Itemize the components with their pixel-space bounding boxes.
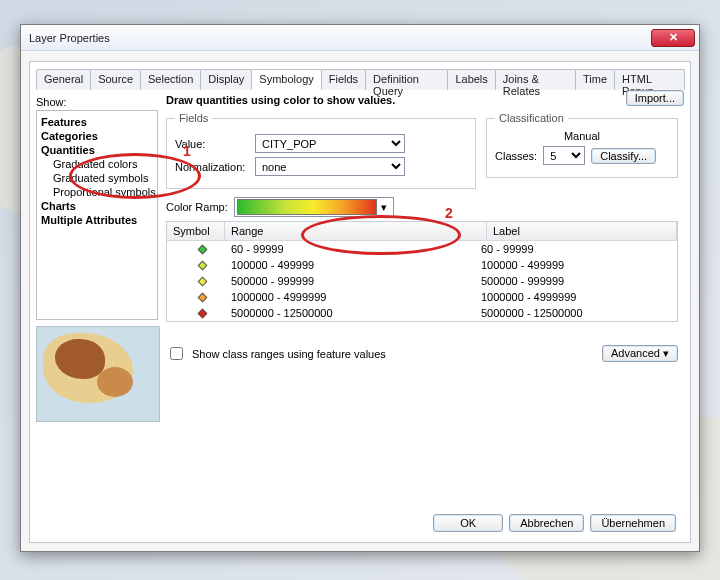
tree-multiple-attributes[interactable]: Multiple Attributes <box>39 213 155 227</box>
col-symbol[interactable]: Symbol <box>167 222 225 240</box>
tab-html-popup[interactable]: HTML Popup <box>614 69 685 90</box>
class-grid: Symbol Range Label 60 - 9999960 - 999991… <box>166 221 678 322</box>
symbol-cell <box>173 294 231 301</box>
tab-labels[interactable]: Labels <box>447 69 495 90</box>
table-row[interactable]: 100000 - 499999100000 - 499999 <box>167 257 677 273</box>
tab-definition-query[interactable]: Definition Query <box>365 69 448 90</box>
color-ramp-label: Color Ramp: <box>166 201 228 213</box>
apply-button[interactable]: Übernehmen <box>590 514 676 532</box>
tab-joins-relates[interactable]: Joins & Relates <box>495 69 576 90</box>
table-row[interactable]: 5000000 - 125000005000000 - 12500000 <box>167 305 677 321</box>
value-label: Value: <box>175 138 249 150</box>
normalization-label: Normalization: <box>175 161 249 173</box>
tabs: GeneralSourceSelectionDisplaySymbologyFi… <box>36 68 684 90</box>
tree-proportional-symbols[interactable]: Proportional symbols <box>39 185 155 199</box>
col-label[interactable]: Label <box>487 222 677 240</box>
show-tree[interactable]: Features Categories Quantities Graduated… <box>36 110 158 320</box>
table-row[interactable]: 60 - 9999960 - 99999 <box>167 241 677 257</box>
color-ramp-select[interactable]: ▾ <box>234 197 394 217</box>
label-cell: 500000 - 999999 <box>481 275 671 287</box>
show-class-ranges-checkbox[interactable] <box>170 347 183 360</box>
client-area: GeneralSourceSelectionDisplaySymbologyFi… <box>29 61 691 543</box>
cancel-button[interactable]: Abbrechen <box>509 514 584 532</box>
tab-selection[interactable]: Selection <box>140 69 201 90</box>
close-button[interactable]: ✕ <box>651 29 695 47</box>
normalization-select[interactable]: none <box>255 157 405 176</box>
classes-select[interactable]: 5 <box>543 146 585 165</box>
range-cell: 5000000 - 12500000 <box>231 307 481 319</box>
grid-header: Symbol Range Label <box>167 222 677 241</box>
classes-label: Classes: <box>495 150 537 162</box>
classification-method: Manual <box>495 130 669 142</box>
show-class-ranges-label: Show class ranges using feature values <box>192 348 386 360</box>
main-area: Draw quantities using color to show valu… <box>160 90 684 536</box>
label-cell: 5000000 - 12500000 <box>481 307 671 319</box>
tab-fields[interactable]: Fields <box>321 69 366 90</box>
tab-time[interactable]: Time <box>575 69 615 90</box>
symbol-cell <box>173 246 231 253</box>
symbology-panel: Show: Features Categories Quantities Gra… <box>36 90 684 536</box>
tree-charts[interactable]: Charts <box>39 199 155 213</box>
classify-button[interactable]: Classify... <box>591 148 656 164</box>
tab-symbology[interactable]: Symbology <box>251 69 321 90</box>
layer-properties-window: Layer Properties ✕ GeneralSourceSelectio… <box>20 24 700 552</box>
color-ramp-swatch <box>237 199 377 215</box>
symbol-cell <box>173 278 231 285</box>
dialog-buttons: OK Abbrechen Übernehmen <box>433 514 676 532</box>
range-cell: 60 - 99999 <box>231 243 481 255</box>
tree-quantities[interactable]: Quantities <box>39 143 155 157</box>
label-cell: 100000 - 499999 <box>481 259 671 271</box>
fields-group: Fields Value: CITY_POP Normalization: no… <box>166 112 476 189</box>
panel-heading: Draw quantities using color to show valu… <box>166 94 678 106</box>
layer-preview <box>36 326 160 422</box>
symbol-cell <box>173 310 231 317</box>
fields-group-label: Fields <box>175 112 212 124</box>
ok-button[interactable]: OK <box>433 514 503 532</box>
range-cell: 500000 - 999999 <box>231 275 481 287</box>
table-row[interactable]: 500000 - 999999500000 - 999999 <box>167 273 677 289</box>
classification-group: Classification Manual Classes: 5 Classif… <box>486 112 678 178</box>
table-row[interactable]: 1000000 - 49999991000000 - 4999999 <box>167 289 677 305</box>
value-select[interactable]: CITY_POP <box>255 134 405 153</box>
tree-graduated-symbols[interactable]: Graduated symbols <box>39 171 155 185</box>
sidebar: Show: Features Categories Quantities Gra… <box>36 90 160 536</box>
label-cell: 60 - 99999 <box>481 243 671 255</box>
range-cell: 100000 - 499999 <box>231 259 481 271</box>
tab-display[interactable]: Display <box>200 69 252 90</box>
show-label: Show: <box>36 96 158 108</box>
titlebar: Layer Properties ✕ <box>21 25 699 51</box>
import-button[interactable]: Import... <box>626 90 684 106</box>
chevron-down-icon: ▾ <box>377 201 391 214</box>
tab-source[interactable]: Source <box>90 69 141 90</box>
tab-general[interactable]: General <box>36 69 91 90</box>
col-range[interactable]: Range <box>225 222 487 240</box>
range-cell: 1000000 - 4999999 <box>231 291 481 303</box>
close-icon: ✕ <box>669 32 678 43</box>
label-cell: 1000000 - 4999999 <box>481 291 671 303</box>
advanced-button[interactable]: Advanced ▾ <box>602 345 678 362</box>
tree-graduated-colors[interactable]: Graduated colors <box>39 157 155 171</box>
classification-group-label: Classification <box>495 112 568 124</box>
window-title: Layer Properties <box>29 32 651 44</box>
tree-categories[interactable]: Categories <box>39 129 155 143</box>
tree-features[interactable]: Features <box>39 115 155 129</box>
chevron-down-icon: ▾ <box>660 347 669 359</box>
symbol-cell <box>173 262 231 269</box>
